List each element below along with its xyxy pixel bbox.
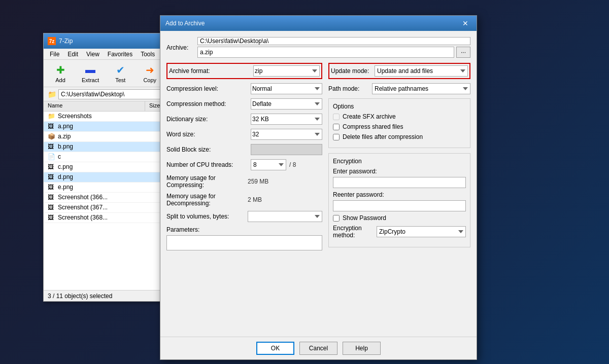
- help-button[interactable]: Help: [343, 342, 381, 355]
- compress-shared-row: Compress shared files: [333, 123, 466, 130]
- test-icon: ✔: [114, 64, 126, 76]
- params-label: Parameters:: [166, 226, 322, 233]
- dialog-footer: OK Cancel Help: [160, 337, 477, 359]
- show-password-row: Show Password: [333, 214, 466, 222]
- extract-icon: ▬: [84, 64, 96, 76]
- delete-after-label: Delete files after compression: [343, 133, 423, 140]
- reenter-password-input[interactable]: [333, 200, 466, 211]
- archive-format-row: Archive format: zip 7z tar: [166, 63, 322, 79]
- solid-input: [251, 144, 322, 155]
- solid-label: Solid Block size:: [166, 146, 248, 153]
- add-icon: ✚: [54, 64, 66, 76]
- test-button[interactable]: ✔ Test: [108, 61, 133, 86]
- col-name: Name: [44, 101, 145, 111]
- compression-select[interactable]: Normal Store Fastest Fast Maximum Ultra: [251, 83, 322, 94]
- file-name: 📁Screenshots: [44, 113, 145, 121]
- sevenzip-icon: 7z: [48, 37, 56, 45]
- reenter-password-label: Reenter password:: [333, 191, 466, 198]
- compression-method-row: Compression method: Deflate Deflate64 BZ…: [166, 98, 322, 110]
- show-password-checkbox[interactable]: [333, 215, 340, 222]
- encryption-title: Encryption: [333, 158, 466, 165]
- word-size-row: Word size: 32 64 128: [166, 129, 322, 140]
- menu-view[interactable]: View: [82, 50, 104, 59]
- enter-password-label: Enter password:: [333, 168, 466, 175]
- cpu-select[interactable]: 8 4 2 1: [251, 159, 286, 170]
- split-label: Split to volumes, bytes:: [166, 213, 248, 220]
- dialog-close-button[interactable]: ✕: [459, 18, 471, 28]
- params-section: Parameters:: [166, 226, 322, 250]
- split-volumes-row: Split to volumes, bytes:: [166, 211, 322, 222]
- compress-shared-checkbox[interactable]: [333, 124, 340, 130]
- test-label: Test: [115, 77, 125, 83]
- mem-compress-row: Memory usage for Compressing: 259 MB: [166, 174, 322, 189]
- archive-path-row: Archive: ···: [166, 37, 470, 58]
- add-to-archive-dialog: Add to Archive ✕ Archive: ···: [160, 15, 477, 360]
- update-mode-row: Update mode: Update and add files Freshe…: [328, 63, 470, 79]
- dialog-left-column: Archive format: zip 7z tar Compression l…: [166, 63, 322, 252]
- mem-compress-value: 259 MB: [248, 178, 268, 185]
- create-sfx-row: Create SFX archive: [333, 113, 466, 120]
- mem-decompress-row: Memory usage for Decompressing: 2 MB: [166, 193, 322, 207]
- file-name: 📦a.zip: [44, 133, 145, 141]
- desktop: 7z 7-Zip ─ □ ✕ File Edit View Favorites …: [0, 0, 609, 364]
- folder-icon: 📁: [48, 90, 56, 98]
- path-mode-row: Path mode: Relative pathnames Full pathn…: [328, 83, 470, 94]
- solid-block-row: Solid Block size:: [166, 144, 322, 155]
- add-label: Add: [55, 77, 65, 83]
- mem-compress-label: Memory usage for Compressing:: [166, 174, 248, 189]
- create-sfx-checkbox[interactable]: [333, 114, 340, 120]
- compress-shared-label: Compress shared files: [343, 123, 403, 130]
- dialog-right-column: Update mode: Update and add files Freshe…: [328, 63, 470, 252]
- file-name: 🖼b.png: [44, 143, 145, 151]
- enc-method-select[interactable]: ZipCrypto AES-256: [377, 226, 466, 237]
- add-button[interactable]: ✚ Add: [48, 61, 73, 86]
- archive-filename-input[interactable]: [197, 47, 454, 58]
- menu-favorites[interactable]: Favorites: [104, 50, 137, 59]
- dialog-titlebar: Add to Archive ✕: [160, 16, 477, 31]
- archive-path-input[interactable]: [197, 37, 470, 45]
- enc-method-row: Encryption method: ZipCrypto AES-256: [333, 225, 466, 239]
- delete-after-row: Delete files after compression: [333, 133, 466, 140]
- path-select[interactable]: Relative pathnames Full pathnames Absolu…: [372, 83, 470, 94]
- file-name: 🖼Screenshot (367...: [44, 204, 145, 212]
- update-select[interactable]: Update and add files Freshen existing fi…: [375, 65, 468, 77]
- dialog-title: Add to Archive: [165, 20, 459, 27]
- ok-button[interactable]: OK: [256, 342, 294, 355]
- enter-password-input[interactable]: [333, 177, 466, 188]
- menu-edit[interactable]: Edit: [63, 50, 82, 59]
- show-password-label: Show Password: [343, 214, 386, 222]
- dict-size-row: Dictionary size: 32 KB 64 KB 128 KB: [166, 114, 322, 125]
- cpu-threads-row: Number of CPU threads: 8 4 2 1 / 8: [166, 159, 322, 170]
- enter-password-section: Enter password:: [333, 168, 466, 191]
- file-name: 🖼e.png: [44, 184, 145, 192]
- format-label: Archive format:: [169, 67, 250, 75]
- cancel-button[interactable]: Cancel: [299, 342, 337, 355]
- enc-method-label: Encryption method:: [333, 225, 374, 239]
- params-input[interactable]: [166, 235, 322, 250]
- dict-select[interactable]: 32 KB 64 KB 128 KB: [251, 114, 322, 125]
- options-group: Options Create SFX archive Compress shar…: [328, 98, 470, 148]
- file-name: 🖼Screenshot (368...: [44, 214, 145, 222]
- format-select[interactable]: zip 7z tar: [253, 65, 320, 77]
- file-name: 🖼c.png: [44, 163, 145, 171]
- cpu-max: / 8: [289, 161, 296, 168]
- extract-button[interactable]: ▬ Extract: [77, 61, 104, 86]
- extract-label: Extract: [82, 77, 99, 83]
- dialog-columns: Archive format: zip 7z tar Compression l…: [166, 63, 470, 252]
- create-sfx-label: Create SFX archive: [343, 113, 396, 120]
- update-label: Update mode:: [331, 67, 371, 75]
- word-select[interactable]: 32 64 128: [251, 129, 322, 140]
- copy-button[interactable]: ➜ Copy: [137, 61, 162, 86]
- copy-label: Copy: [143, 77, 156, 83]
- compression-label: Compression level:: [166, 85, 248, 92]
- split-select[interactable]: [248, 211, 322, 222]
- path-label: Path mode:: [328, 85, 369, 92]
- method-select[interactable]: Deflate Deflate64 BZip2 LZMA: [251, 98, 322, 110]
- menu-file[interactable]: File: [46, 50, 63, 59]
- delete-after-checkbox[interactable]: [333, 134, 340, 140]
- browse-button[interactable]: ···: [456, 47, 470, 58]
- file-name: 🖼a.png: [44, 123, 145, 131]
- menu-tools[interactable]: Tools: [137, 50, 159, 59]
- status-text: 3 / 11 object(s) selected: [48, 293, 112, 300]
- file-name: 🖼Screenshot (366...: [44, 194, 145, 202]
